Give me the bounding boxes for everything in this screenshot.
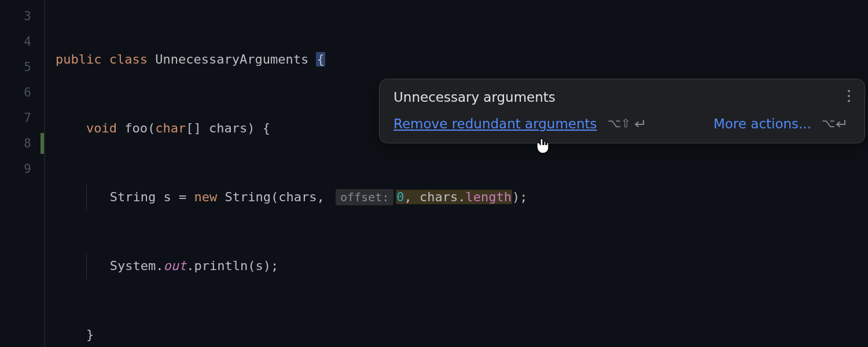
parameter-hint: offset: [336, 189, 393, 205]
type: String [110, 190, 156, 204]
vcs-marker[interactable] [41, 133, 44, 154]
line-number[interactable]: 9 [0, 156, 44, 182]
brace: } [86, 327, 94, 342]
class-ref: System [110, 259, 156, 273]
popup-header: Unnecessary arguments [393, 90, 851, 105]
argument: chars [420, 190, 458, 204]
constructor: String [225, 190, 270, 204]
line-number[interactable]: 4 [0, 29, 44, 54]
field-ref: out [163, 259, 186, 273]
inspection-title: Unnecessary arguments [393, 90, 556, 105]
code-line[interactable]: System.out.println(s); [56, 253, 868, 279]
brace: { [316, 52, 325, 67]
popup-actions: Remove redundant arguments ⌥⇧ More actio… [393, 116, 851, 131]
argument: chars [278, 190, 317, 204]
line-number[interactable]: 7 [0, 105, 44, 131]
keyword: char [155, 121, 186, 135]
shortcut-hint: ⌥⇧ [608, 117, 648, 130]
number-literal: 0 [396, 190, 404, 204]
line-number[interactable]: 3 [0, 3, 44, 29]
more-actions-link[interactable]: More actions... [713, 116, 811, 131]
method-name: foo [124, 121, 148, 135]
line-number[interactable]: 5 [0, 54, 44, 80]
code-line[interactable]: String s = new String(chars, offset:0, c… [56, 184, 868, 210]
code-line[interactable]: public class UnnecessaryArguments { [56, 47, 868, 72]
svg-point-1 [848, 95, 850, 97]
variable: s [163, 190, 171, 204]
parameter: chars [209, 121, 247, 135]
svg-text:⌥⇧: ⌥⇧ [608, 117, 631, 130]
svg-point-0 [848, 90, 850, 92]
line-number[interactable]: 8 [0, 131, 44, 156]
gutter: 3 4 5 6 7 8 9 [0, 0, 45, 347]
inspection-popup: Unnecessary arguments Remove redundant a… [379, 79, 865, 143]
shortcut-hint: ⌥ [822, 117, 851, 130]
code-editor: 3 4 5 6 7 8 9 public class UnnecessaryAr… [0, 0, 868, 347]
code-area[interactable]: public class UnnecessaryArguments { void… [45, 0, 868, 347]
argument: s [255, 259, 263, 273]
code-line[interactable]: } [56, 322, 868, 347]
keyword: void [86, 121, 117, 135]
line-number[interactable]: 6 [0, 80, 44, 105]
class-name: UnnecessaryArguments [155, 52, 308, 67]
method-call: println [194, 259, 248, 273]
svg-point-2 [848, 100, 850, 102]
keyword: class [109, 52, 148, 67]
field-access: length [465, 190, 511, 204]
quick-fix-link[interactable]: Remove redundant arguments [393, 116, 597, 131]
svg-text:⌥: ⌥ [822, 117, 835, 130]
more-vert-icon[interactable] [847, 90, 851, 105]
keyword: new [194, 190, 217, 204]
keyword: public [56, 52, 101, 67]
